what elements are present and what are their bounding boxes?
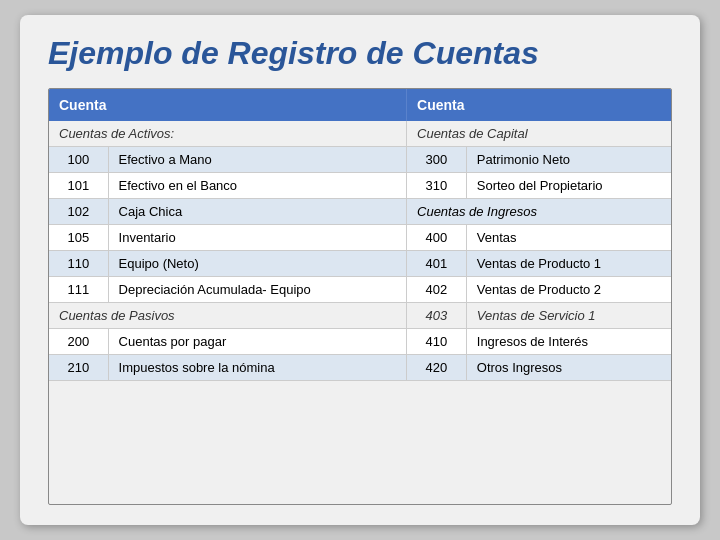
left-name: Efectivo en el Banco (108, 173, 406, 199)
right-code: 410 (407, 329, 467, 355)
right-code: 403 (407, 303, 467, 329)
right-code: 401 (407, 251, 467, 277)
accounts-table: Cuenta Cuenta Cuentas de Activos:Cuentas… (49, 89, 671, 381)
right-name: Ingresos de Interés (466, 329, 671, 355)
right-name: Ventas de Producto 1 (466, 251, 671, 277)
left-name: Cuentas por pagar (108, 329, 406, 355)
left-code: 102 (49, 199, 108, 225)
left-code: 111 (49, 277, 108, 303)
left-name: Equipo (Neto) (108, 251, 406, 277)
table-wrapper: Cuenta Cuenta Cuentas de Activos:Cuentas… (48, 88, 672, 505)
left-name: Caja Chica (108, 199, 406, 225)
left-section-label: Cuentas de Pasivos (49, 303, 407, 329)
left-code: 100 (49, 147, 108, 173)
left-section-label: Cuentas de Activos: (49, 121, 407, 147)
right-section-label: Cuentas de Ingresos (407, 199, 671, 225)
right-code: 420 (407, 355, 467, 381)
left-code: 105 (49, 225, 108, 251)
page-title: Ejemplo de Registro de Cuentas (48, 35, 672, 72)
right-name: Ventas (466, 225, 671, 251)
left-name: Inventario (108, 225, 406, 251)
right-code: 310 (407, 173, 467, 199)
left-header: Cuenta (49, 89, 407, 121)
left-code: 110 (49, 251, 108, 277)
right-header: Cuenta (407, 89, 671, 121)
right-code: 400 (407, 225, 467, 251)
right-name: Ventas de Servicio 1 (466, 303, 671, 329)
left-name: Efectivo a Mano (108, 147, 406, 173)
right-name: Sorteo del Propietario (466, 173, 671, 199)
right-section-label: Cuentas de Capital (407, 121, 671, 147)
left-code: 101 (49, 173, 108, 199)
left-name: Depreciación Acumulada- Equipo (108, 277, 406, 303)
left-name: Impuestos sobre la nómina (108, 355, 406, 381)
right-code: 402 (407, 277, 467, 303)
right-code: 300 (407, 147, 467, 173)
right-name: Otros Ingresos (466, 355, 671, 381)
right-name: Ventas de Producto 2 (466, 277, 671, 303)
right-name: Patrimonio Neto (466, 147, 671, 173)
left-code: 200 (49, 329, 108, 355)
slide: Ejemplo de Registro de Cuentas Cuenta Cu… (20, 15, 700, 525)
left-code: 210 (49, 355, 108, 381)
